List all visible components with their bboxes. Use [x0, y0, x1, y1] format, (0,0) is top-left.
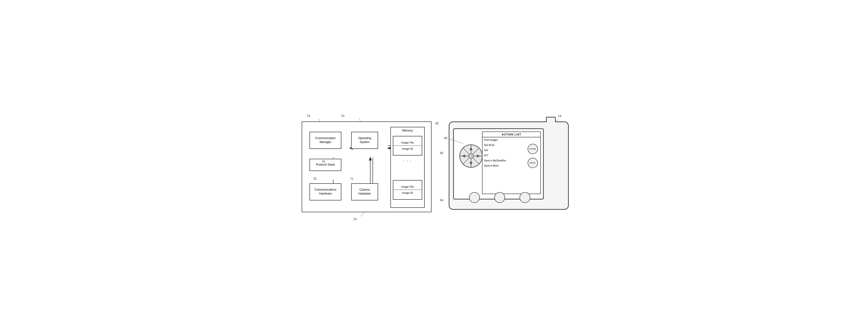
image-id-2: Image ID — [393, 190, 422, 196]
comm-hardware-block: CommunicationsHardware — [310, 183, 341, 200]
antenna — [546, 117, 556, 122]
bottom-button-3[interactable] — [520, 192, 530, 203]
action-list-item-0: Print Images — [483, 137, 540, 142]
overlay-button[interactable]: Overlay — [528, 144, 538, 154]
left-diagram: 74 70 82 — [294, 114, 436, 217]
menus-button[interactable]: Menus — [528, 158, 538, 168]
operating-system-block: OperatingSystem — [351, 132, 378, 149]
comm-manager-block: CommunicationManager — [310, 132, 341, 149]
label-48: 48 — [444, 136, 447, 140]
camera-hardware-label: CameraHardware — [358, 188, 371, 196]
outer-box: CommunicationManager OperatingSystem Pro… — [302, 121, 432, 212]
dpad-svg — [459, 144, 483, 168]
label-78: 78 — [313, 177, 316, 181]
image-file-1: Image File — [393, 140, 422, 146]
label-76: 76 — [322, 160, 325, 163]
comm-manager-label: CommunicationManager — [315, 136, 336, 144]
label-74: 74 — [307, 114, 310, 118]
memory-dots: · · · — [391, 158, 424, 163]
comm-hardware-label: CommunicationsHardware — [314, 188, 336, 196]
camera-device: ACTION LIST Print Images 3x5 8X10 4x6 5X… — [449, 121, 569, 210]
operating-system-label: OperatingSystem — [358, 136, 371, 144]
image-file-2: Image File — [393, 184, 422, 190]
right-buttons: Overlay Menus — [526, 144, 539, 168]
memory-group-1: Image File Image ID — [393, 136, 422, 156]
memory-container: Memory Image File Image ID · · · Image F… — [391, 127, 425, 208]
page-container: 74 70 82 — [287, 109, 581, 221]
action-list-title: ACTION LIST — [483, 132, 540, 137]
camera-hardware-block: CameraHardware — [351, 183, 378, 200]
right-diagram: 14 — [446, 114, 574, 217]
label-70: 70 — [341, 114, 344, 118]
image-id-1: Image ID — [393, 146, 422, 152]
bottom-buttons — [462, 192, 538, 203]
label-84: 84 — [440, 198, 443, 202]
label-14-right: 14 — [558, 114, 561, 118]
memory-title: Memory — [391, 127, 424, 133]
bottom-button-1[interactable] — [469, 192, 480, 203]
svg-point-23 — [469, 154, 473, 159]
memory-group-2: Image File Image ID — [393, 180, 422, 200]
label-14-left: 14 — [353, 217, 356, 221]
protocol-stack-block: Protocol Stack — [310, 159, 341, 171]
label-80: 80 — [440, 152, 443, 155]
bottom-button-2[interactable] — [494, 192, 505, 203]
protocol-stack-label: Protocol Stack — [316, 163, 335, 167]
label-82: 82 — [435, 121, 439, 125]
screen-area: ACTION LIST Print Images 3x5 8X10 4x6 5X… — [453, 128, 544, 199]
label-72: 72 — [350, 177, 353, 181]
dpad-container — [459, 144, 483, 168]
